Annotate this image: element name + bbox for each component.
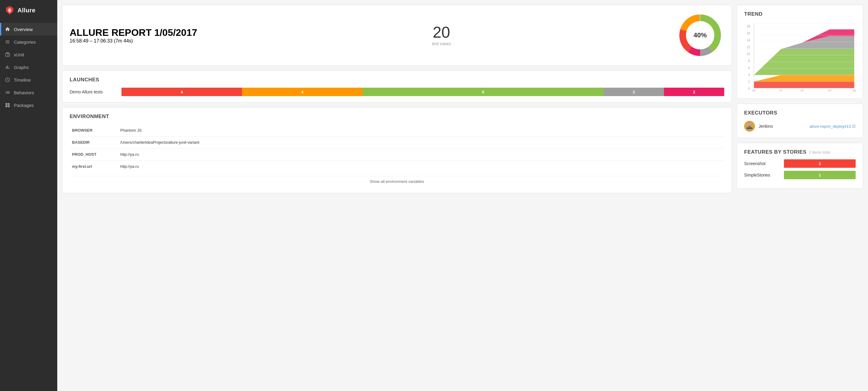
sidebar-item-categories[interactable]: Categories [0,36,57,48]
logo-text: Allure [18,7,36,14]
env-val-prodhost: http://ya.ru [118,149,724,161]
svg-marker-21 [754,75,854,82]
env-row-prodhost: PROD_HOST http://ya.ru [70,149,724,161]
svg-text:0: 0 [748,87,750,90]
svg-text:20: 20 [747,22,750,23]
svg-text:6: 6 [748,66,750,70]
svg-text:2: 2 [748,80,750,84]
env-val-browser: Phantom JS [118,124,724,136]
executor-link[interactable]: allure-report_deploy#13 [809,124,856,129]
features-title: FEATURES BY STORIES [744,149,807,155]
svg-text:10: 10 [747,52,750,56]
trend-card: TREND 0 2 4 6 8 10 12 14 16 18 20 [737,5,863,99]
env-val-myurl: http://ya.ru [118,161,724,173]
logo-area: Allure [0,0,57,21]
packages-icon [5,102,10,108]
sidebar-item-packages[interactable]: Packages [0,99,57,111]
features-header: FEATURES BY STORIES 2 items total [744,149,856,155]
report-title: ALLURE REPORT 1/05/2017 [70,27,197,38]
feature-row-screenshot[interactable]: Screenshot 2 [744,159,856,168]
launch-name: Demo Allure tests [70,90,118,94]
report-info: ALLURE REPORT 1/05/2017 16:58:49 – 17:06… [70,27,197,44]
env-row-basedir: BASEDIR /Users/charlie/IdeaProjects/allu… [70,136,724,149]
executor-avatar [744,121,755,132]
allure-logo-icon [5,5,14,15]
svg-text:14: 14 [747,38,750,42]
tag-icon [5,39,10,44]
feature-row-simplestories[interactable]: SimpleStories 1 [744,171,856,179]
sidebar-item-graphs[interactable]: Graphs [0,61,57,73]
environment-table: BROWSER Phantom JS BASEDIR /Users/charli… [70,124,724,172]
env-key-basedir: BASEDIR [70,136,118,149]
bar-unknown: 2 [664,88,724,96]
feature-bar-screenshot: 2 [784,159,856,168]
svg-text:12: 12 [747,45,750,49]
test-count-label: test cases [432,41,451,46]
svg-text:4: 4 [748,73,750,76]
launch-bar: 4 4 8 2 2 [121,88,724,96]
features-subtitle: 2 items total [809,150,830,155]
launches-card: LAUNCHES Demo Allure tests 4 4 8 2 2 [62,70,732,102]
test-count-area: 20 test cases [432,24,451,46]
env-row-myurl: my.first.url http://ya.ru [70,161,724,173]
svg-marker-22 [754,49,854,75]
env-key-prodhost: PROD_HOST [70,149,118,161]
svg-marker-20 [754,82,854,88]
bar-passed: 8 [363,88,604,96]
trend-title: TREND [744,11,856,17]
nav-menu: Overview Categories xUnit Graphs Timelin… [0,23,57,111]
feature-name-simplestories: SimpleStories [744,173,780,177]
feature-bar-simplestories: 1 [784,171,856,179]
launch-row[interactable]: Demo Allure tests 4 4 8 2 2 [70,88,724,96]
left-column: ALLURE REPORT 1/05/2017 16:58:49 – 17:06… [62,5,732,386]
donut-chart: 40% [676,11,724,59]
executors-title: EXECUTORS [744,110,856,116]
svg-text:18: 18 [747,24,750,28]
report-header-card: ALLURE REPORT 1/05/2017 16:58:49 – 17:06… [62,5,732,66]
briefcase-icon [5,52,10,57]
executors-card: EXECUTORS [737,104,863,138]
test-count-number: 20 [432,24,451,40]
svg-text:#3: #3 [828,89,832,91]
features-card: FEATURES BY STORIES 2 items total Screen… [737,143,863,189]
report-subtitle: 16:58:49 – 17:06:33 (7m 44s) [70,38,197,44]
show-all-env-button[interactable]: Show all environment variables [70,176,724,187]
svg-point-47 [751,124,751,125]
main-content: ALLURE REPORT 1/05/2017 16:58:49 – 17:06… [57,0,868,391]
svg-text:8: 8 [748,59,750,63]
svg-text:#0: #0 [752,89,755,91]
feature-bar-wrap-simplestories: 1 [784,171,856,179]
svg-text:16: 16 [747,31,750,35]
donut-percent: 40% [693,31,707,39]
executor-name: Jenkins [758,124,773,129]
behaviors-icon [5,90,10,95]
right-column: TREND 0 2 4 6 8 10 12 14 16 18 20 [737,5,863,386]
env-row-browser: BROWSER Phantom JS [70,124,724,136]
environment-title: ENVIRONMENT [70,113,724,120]
executor-row: Jenkins allure-report_deploy#13 [744,121,856,132]
bar-failed: 4 [121,88,242,96]
executor-left: Jenkins [744,121,773,132]
sidebar: Allure Overview Categories xUnit Graphs [0,0,57,391]
launches-title: LAUNCHES [70,77,724,83]
jenkins-avatar-icon [744,121,755,132]
env-key-browser: BROWSER [70,124,118,136]
svg-rect-49 [747,127,752,129]
bar-broken: 4 [242,88,363,96]
bar-skipped: 2 [604,88,664,96]
environment-card: ENVIRONMENT BROWSER Phantom JS BASEDIR /… [62,107,732,193]
svg-text:#4: #4 [852,89,856,91]
sidebar-item-timeline[interactable]: Timeline [0,73,57,86]
svg-text:#1: #1 [779,89,782,91]
feature-bar-wrap-screenshot: 2 [784,159,856,168]
external-link-icon [852,124,856,128]
svg-text:#2: #2 [801,89,804,91]
home-icon [5,27,10,32]
trend-svg: 0 2 4 6 8 10 12 14 16 18 20 [744,22,856,91]
env-val-basedir: /Users/charlie/IdeaProjects/allure-junit… [118,136,724,149]
sidebar-item-behaviors[interactable]: Behaviors [0,86,57,99]
svg-point-46 [748,124,749,125]
sidebar-item-xunit[interactable]: xUnit [0,48,57,61]
clock-icon [5,77,10,83]
sidebar-item-overview[interactable]: Overview [0,23,57,36]
